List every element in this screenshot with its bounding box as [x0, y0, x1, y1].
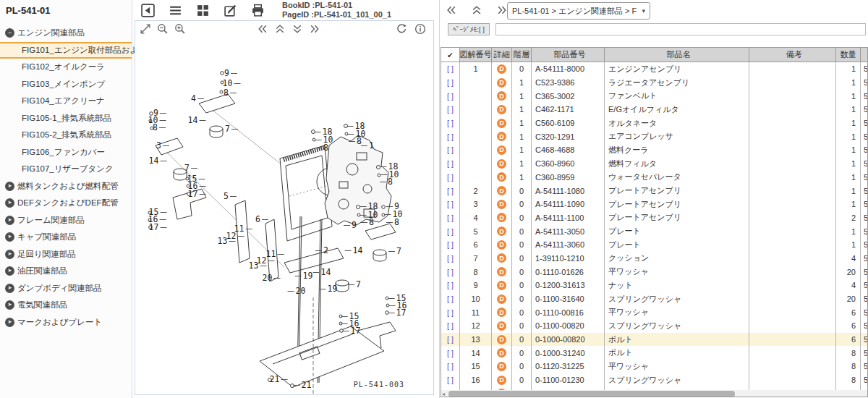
cell-detail[interactable]: D — [492, 346, 512, 360]
detail-icon[interactable]: D — [497, 213, 506, 222]
row-checkbox[interactable]: [ ] — [441, 319, 460, 333]
cell-detail[interactable]: D — [492, 265, 512, 279]
detail-icon[interactable]: D — [497, 335, 506, 344]
first-page-icon[interactable] — [257, 23, 268, 35]
detail-icon[interactable]: D — [497, 91, 506, 101]
scrollbar-thumb[interactable] — [448, 391, 735, 397]
sidebar-group[interactable]: ➤DEFタンクおよびDEF配管 — [0, 195, 132, 212]
table-row[interactable]: [ ]D1C560-6109オルタネータ15 — [441, 117, 867, 130]
sidebar-item[interactable]: FIG107_リザーブタンク — [0, 161, 132, 178]
info-icon[interactable] — [414, 23, 426, 35]
detail-icon[interactable]: D — [497, 348, 506, 357]
table-row[interactable]: [ ]8D00-1110-01626平ワッシャ205 — [441, 265, 867, 279]
table-row[interactable]: [ ]D1C523-9386ラジエータアセンブリ15 — [441, 76, 867, 90]
parent-page-icon[interactable] — [471, 4, 482, 16]
detail-icon[interactable]: D — [497, 145, 506, 155]
row-checkbox[interactable]: [ ] — [441, 305, 460, 319]
first-page-icon[interactable] — [446, 4, 457, 16]
sidebar-group[interactable]: −エンジン関連部品 — [0, 25, 132, 42]
cell-detail[interactable]: D — [492, 62, 512, 76]
sidebar-group[interactable]: ➤電気関連部品 — [0, 297, 132, 314]
sidebar-item[interactable]: FIG104_エアクリーナ — [0, 93, 132, 110]
table-row[interactable]: [ ]9D00-1200-31613ナット45 — [441, 279, 867, 292]
cell-detail[interactable]: D — [492, 171, 512, 185]
row-checkbox[interactable]: [ ] — [441, 143, 460, 157]
table-row[interactable]: [ ]D1C365-3002ファンベルト15 — [441, 89, 867, 103]
table-row[interactable]: [ ]13D00-1000-00820ボルト65 — [441, 333, 867, 347]
select-all-checkbox[interactable]: ✔ — [441, 48, 460, 62]
expand-icon[interactable]: ➤ — [5, 318, 14, 327]
zoom-out-icon[interactable] — [157, 23, 169, 35]
detail-icon[interactable]: D — [497, 267, 506, 276]
row-checkbox[interactable]: [ ] — [441, 265, 460, 279]
detail-icon[interactable]: D — [497, 132, 506, 141]
cell-detail[interactable]: D — [492, 103, 512, 117]
detail-icon[interactable]: D — [497, 200, 506, 209]
row-checkbox[interactable]: [ ] — [441, 333, 460, 347]
table-row[interactable]: [ ]6D0A-54111-3060プレート15 — [441, 238, 867, 252]
page-memo-input[interactable] — [495, 23, 866, 35]
table-row[interactable]: [ ]15D00-1120-31225平ワッシャ85 — [441, 360, 867, 373]
horizontal-scrollbar[interactable]: ◂ — [441, 390, 867, 397]
sidebar-item[interactable]: FIG105-1_排気系統部品 — [0, 110, 132, 127]
cell-detail[interactable]: D — [492, 117, 512, 130]
cell-detail[interactable]: D — [492, 143, 512, 157]
table-row[interactable]: [ ]4D0A-54111-1100プレートアセンブリ25 — [441, 211, 867, 225]
cell-detail[interactable]: D — [492, 76, 512, 90]
cell-detail[interactable]: D — [492, 279, 512, 292]
fit-screen-icon[interactable] — [140, 23, 151, 35]
table-row[interactable]: [ ]16D00-1100-01230スプリングワッシャ85 — [441, 373, 867, 387]
cell-detail[interactable]: D — [492, 360, 512, 373]
expand-icon[interactable]: ➤ — [5, 216, 14, 225]
detail-icon[interactable]: D — [497, 376, 506, 385]
zoom-in-icon[interactable] — [174, 23, 186, 35]
detail-icon[interactable]: D — [497, 308, 506, 317]
diagram-area[interactable]: 9108491081473147151617515161761810818108… — [135, 37, 433, 394]
expand-icon[interactable]: ➤ — [5, 284, 14, 293]
collapse-icon[interactable]: − — [5, 28, 14, 38]
detail-icon[interactable]: D — [497, 64, 506, 74]
detail-icon[interactable]: D — [497, 226, 506, 236]
table-row[interactable]: [ ]5D0A-54111-3050プレート15 — [441, 224, 867, 238]
detail-icon[interactable]: D — [497, 240, 506, 250]
cell-detail[interactable]: D — [492, 333, 512, 347]
sidebar-group[interactable]: ➤油圧関連部品 — [0, 263, 132, 280]
table-row[interactable]: [ ]14D00-1000-31240ボルト85 — [441, 346, 867, 360]
table-row[interactable]: [ ]D1C360-8959ウォータセパレータ15 — [441, 171, 867, 185]
cell-detail[interactable]: D — [492, 224, 512, 238]
cell-detail[interactable]: D — [492, 89, 512, 103]
page-memo-button[interactable]: ﾍﾟｰｼﾞﾒﾓ:[ ] — [448, 23, 490, 35]
detail-icon[interactable]: D — [497, 321, 506, 331]
cell-detail[interactable]: D — [492, 319, 512, 333]
sidebar-group[interactable]: ➤燃料タンクおよび燃料配管 — [0, 178, 132, 195]
sidebar-item[interactable]: FIG106_ファンカバー — [0, 144, 132, 161]
sidebar-group[interactable]: ➤マークおよびプレート — [0, 314, 132, 331]
row-checkbox[interactable]: [ ] — [441, 360, 460, 373]
detail-icon[interactable]: D — [497, 281, 506, 290]
scroll-left-icon[interactable]: ◂ — [442, 391, 445, 397]
table-row[interactable]: [ ]1D0A-54111-8000エンジンアセンブリ15 — [441, 62, 867, 76]
cell-detail[interactable]: D — [492, 252, 512, 266]
prev-page-icon[interactable] — [274, 23, 286, 35]
sidebar-group[interactable]: ➤足回り関連部品 — [0, 246, 132, 263]
row-checkbox[interactable]: [ ] — [441, 292, 460, 306]
expand-icon[interactable]: ➤ — [5, 300, 14, 310]
row-checkbox[interactable]: [ ] — [441, 184, 460, 198]
expand-icon[interactable]: ➤ — [5, 198, 14, 208]
row-checkbox[interactable]: [ ] — [441, 252, 460, 266]
table-row[interactable]: [ ]12D00-1100-00820スプリングワッシャ65 — [441, 319, 867, 333]
expand-icon[interactable]: ➤ — [5, 182, 14, 191]
sidebar-item[interactable]: FIG102_オイルクーラ — [0, 59, 132, 76]
cell-detail[interactable]: D — [492, 238, 512, 252]
table-row[interactable]: [ ]2D0A-54111-1080プレートアセンブリ15 — [441, 184, 867, 198]
row-checkbox[interactable]: [ ] — [441, 373, 460, 387]
rotate-icon[interactable] — [396, 23, 407, 35]
collapse-sidebar-button[interactable] — [140, 3, 155, 17]
cell-detail[interactable]: D — [492, 305, 512, 319]
row-checkbox[interactable]: [ ] — [441, 171, 460, 185]
row-checkbox[interactable]: [ ] — [441, 89, 460, 103]
detail-icon[interactable]: D — [497, 172, 506, 182]
cell-detail[interactable]: D — [492, 211, 512, 225]
edit-note-button[interactable] — [223, 3, 237, 17]
sidebar-group[interactable]: ➤ダンプボディ関連部品 — [0, 280, 132, 297]
